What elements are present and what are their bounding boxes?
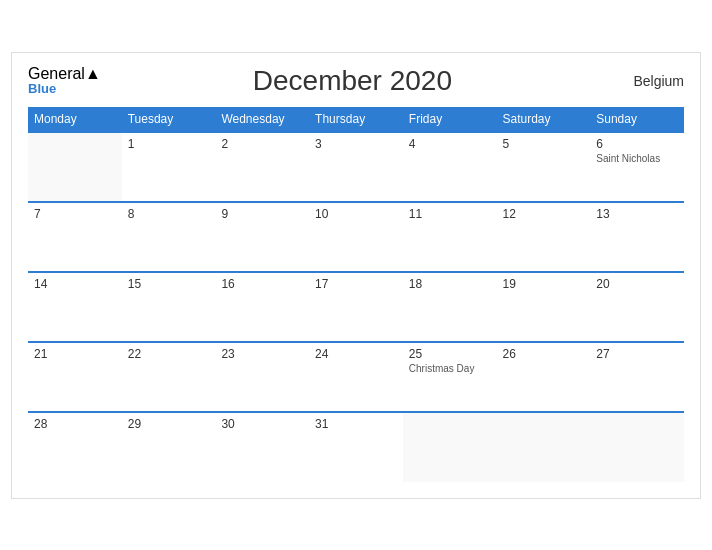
calendar-cell — [590, 412, 684, 482]
calendar-cell: 31 — [309, 412, 403, 482]
logo-general: General▲ — [28, 65, 101, 83]
day-number: 29 — [128, 417, 210, 431]
weekday-header-sunday: Sunday — [590, 107, 684, 132]
day-number: 4 — [409, 137, 491, 151]
weekday-header-friday: Friday — [403, 107, 497, 132]
day-number: 7 — [34, 207, 116, 221]
calendar-cell: 16 — [215, 272, 309, 342]
week-row-4: 2122232425Christmas Day2627 — [28, 342, 684, 412]
day-number: 12 — [503, 207, 585, 221]
calendar-cell: 19 — [497, 272, 591, 342]
calendar-cell: 25Christmas Day — [403, 342, 497, 412]
calendar-cell: 23 — [215, 342, 309, 412]
calendar-cell: 13 — [590, 202, 684, 272]
calendar-cell: 1 — [122, 132, 216, 202]
day-number: 28 — [34, 417, 116, 431]
calendar-cell: 3 — [309, 132, 403, 202]
day-number: 6 — [596, 137, 678, 151]
day-number: 15 — [128, 277, 210, 291]
day-number: 13 — [596, 207, 678, 221]
week-row-3: 14151617181920 — [28, 272, 684, 342]
calendar-cell: 21 — [28, 342, 122, 412]
calendar-cell: 8 — [122, 202, 216, 272]
calendar-cell — [403, 412, 497, 482]
day-number: 23 — [221, 347, 303, 361]
week-row-5: 28293031 — [28, 412, 684, 482]
day-number: 31 — [315, 417, 397, 431]
calendar-cell: 9 — [215, 202, 309, 272]
calendar-cell: 4 — [403, 132, 497, 202]
calendar-cell: 18 — [403, 272, 497, 342]
day-event: Christmas Day — [409, 363, 491, 374]
day-number: 5 — [503, 137, 585, 151]
day-number: 14 — [34, 277, 116, 291]
day-number: 2 — [221, 137, 303, 151]
week-row-1: 123456Saint Nicholas — [28, 132, 684, 202]
day-number: 19 — [503, 277, 585, 291]
day-number: 17 — [315, 277, 397, 291]
calendar-cell: 5 — [497, 132, 591, 202]
logo: General▲ Blue — [28, 65, 101, 97]
calendar-cell: 12 — [497, 202, 591, 272]
calendar-cell: 20 — [590, 272, 684, 342]
day-number: 10 — [315, 207, 397, 221]
day-number: 20 — [596, 277, 678, 291]
day-number: 9 — [221, 207, 303, 221]
calendar-cell: 15 — [122, 272, 216, 342]
calendar-cell: 28 — [28, 412, 122, 482]
day-number: 8 — [128, 207, 210, 221]
calendar-cell: 14 — [28, 272, 122, 342]
calendar-cell: 7 — [28, 202, 122, 272]
calendar-cell: 10 — [309, 202, 403, 272]
calendar-cell — [497, 412, 591, 482]
calendar-cell: 17 — [309, 272, 403, 342]
day-number: 3 — [315, 137, 397, 151]
day-number: 18 — [409, 277, 491, 291]
day-number: 27 — [596, 347, 678, 361]
day-number: 11 — [409, 207, 491, 221]
calendar-cell: 24 — [309, 342, 403, 412]
calendar-cell: 2 — [215, 132, 309, 202]
calendar-cell: 26 — [497, 342, 591, 412]
calendar-cell: 29 — [122, 412, 216, 482]
day-number: 21 — [34, 347, 116, 361]
calendar-cell — [28, 132, 122, 202]
weekday-header-monday: Monday — [28, 107, 122, 132]
week-row-2: 78910111213 — [28, 202, 684, 272]
calendar-container: General▲ Blue December 2020 Belgium Mond… — [11, 52, 701, 499]
calendar-cell: 27 — [590, 342, 684, 412]
weekday-header-tuesday: Tuesday — [122, 107, 216, 132]
day-event: Saint Nicholas — [596, 153, 678, 164]
calendar-header: General▲ Blue December 2020 Belgium — [28, 65, 684, 97]
day-number: 25 — [409, 347, 491, 361]
day-number: 16 — [221, 277, 303, 291]
day-number: 22 — [128, 347, 210, 361]
weekday-header-row: MondayTuesdayWednesdayThursdayFridaySatu… — [28, 107, 684, 132]
day-number: 26 — [503, 347, 585, 361]
calendar-cell: 6Saint Nicholas — [590, 132, 684, 202]
day-number: 1 — [128, 137, 210, 151]
calendar-title: December 2020 — [101, 65, 604, 97]
day-number: 24 — [315, 347, 397, 361]
calendar-cell: 30 — [215, 412, 309, 482]
calendar-country: Belgium — [604, 73, 684, 89]
day-number: 30 — [221, 417, 303, 431]
weekday-header-thursday: Thursday — [309, 107, 403, 132]
calendar-cell: 11 — [403, 202, 497, 272]
calendar-cell: 22 — [122, 342, 216, 412]
calendar-grid: MondayTuesdayWednesdayThursdayFridaySatu… — [28, 107, 684, 482]
weekday-header-saturday: Saturday — [497, 107, 591, 132]
logo-blue: Blue — [28, 82, 101, 96]
weekday-header-wednesday: Wednesday — [215, 107, 309, 132]
